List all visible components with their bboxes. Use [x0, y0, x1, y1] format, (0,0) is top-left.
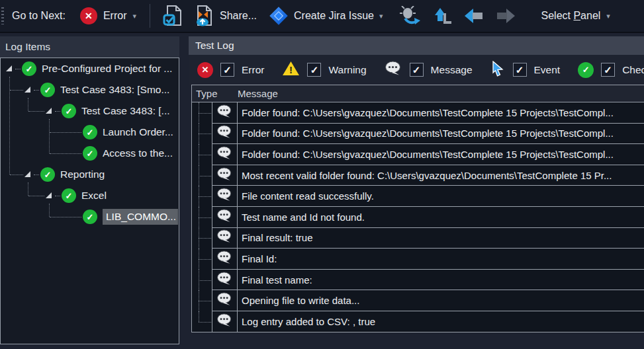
- log-message: Final result: true: [238, 228, 644, 249]
- passed-check-icon: ✓: [83, 146, 97, 161]
- message-icon: [216, 188, 233, 204]
- log-message: Folder found: C:\Users\gvazquez\Document…: [238, 144, 644, 165]
- message-icon: [216, 229, 233, 246]
- log-type-cell: [212, 165, 238, 186]
- log-message: Final test name:: [238, 270, 644, 291]
- message-icon: [216, 209, 233, 225]
- log-row[interactable]: Folder found: C:\Users\gvazquez\Document…: [192, 124, 644, 145]
- run-bug-icon: [399, 6, 422, 26]
- message-icon: [216, 251, 233, 267]
- tree-item-testcase[interactable]: ✓ Test Case 3483: [Smo...: [1, 79, 179, 100]
- checkpoint-filter-checkbox[interactable]: ✓: [601, 63, 615, 77]
- column-header-message[interactable]: Message: [238, 88, 644, 99]
- log-type-cell: [212, 124, 238, 145]
- tree-item-launch-order[interactable]: ✓ Launch Order...: [1, 122, 179, 143]
- log-type-cell: [212, 270, 238, 291]
- tree-item-project[interactable]: ✓ Pre-Configured Project for ...: [1, 58, 179, 79]
- share-results-button[interactable]: Share...: [190, 2, 261, 30]
- chevron-down-icon: ▾: [606, 13, 610, 20]
- testcomplete-log-window: Go to Next: ✕ Error ▾: [0, 0, 644, 349]
- tree-item-reporting[interactable]: ✓ Reporting: [1, 164, 179, 185]
- error-filter-checkbox[interactable]: ✓: [220, 63, 234, 77]
- create-jira-label: Create Jira Issue: [294, 10, 374, 22]
- message-icon: [385, 61, 402, 79]
- log-items-tree: ✓ Pre-Configured Project for ... ✓ Test …: [0, 58, 179, 344]
- back-button[interactable]: [459, 5, 488, 26]
- collapse-expander-icon[interactable]: [44, 190, 55, 201]
- forward-button[interactable]: [491, 5, 520, 26]
- passed-check-icon: ✓: [22, 61, 36, 76]
- log-row[interactable]: Most recent valid folder found: C:\Users…: [192, 165, 644, 186]
- toolbar-separator: [150, 4, 150, 28]
- log-row[interactable]: Final result: true: [192, 228, 644, 249]
- row-tree-gutter: [192, 249, 212, 270]
- select-panel-label: Select Panel: [541, 10, 601, 22]
- error-icon: ✕: [80, 7, 97, 24]
- go-to-next-label: Go to Next:: [12, 10, 66, 22]
- log-row[interactable]: File content read successfully.: [192, 186, 644, 207]
- row-tree-gutter: [192, 207, 212, 228]
- log-row[interactable]: Log entry added to CSV: , true: [192, 311, 644, 332]
- share-label: Share...: [220, 10, 257, 22]
- log-type-cell: [212, 290, 238, 311]
- message-icon: [216, 146, 233, 163]
- collapse-expander-icon[interactable]: [5, 63, 15, 74]
- row-tree-gutter: [192, 102, 212, 124]
- log-type-cell: [212, 228, 238, 249]
- log-row[interactable]: Final test name:: [192, 270, 644, 291]
- passed-check-icon: ✓: [62, 188, 76, 203]
- go-to-next-selector[interactable]: ✕ Error ▾: [75, 5, 142, 27]
- log-row[interactable]: Folder found: C:\Users\gvazquez\Document…: [192, 102, 644, 124]
- column-header-type[interactable]: Type: [192, 88, 238, 99]
- message-icon: [216, 313, 233, 330]
- log-message: Test name and Id not found.: [238, 207, 644, 228]
- go-to-next-value: Error: [103, 10, 127, 22]
- message-icon: [216, 272, 233, 288]
- tree-item-lib-commo[interactable]: ✓ LIB_COMMO...: [1, 206, 179, 227]
- warning-filter-checkbox[interactable]: ✓: [307, 63, 321, 77]
- log-items-panel-header: Log Items: [0, 36, 179, 58]
- test-log-panel-header: Test Log: [189, 36, 644, 55]
- log-row[interactable]: Folder found: C:\Users\gvazquez\Document…: [192, 144, 644, 165]
- create-jira-issue-button[interactable]: Create Jira Issue ▾: [264, 3, 387, 28]
- log-message: Opening file to write data...: [238, 290, 644, 311]
- tree-item-excel[interactable]: ✓ Excel: [1, 185, 179, 206]
- toolbar-grip-handle[interactable]: [1, 7, 4, 24]
- tree-item-access[interactable]: ✓ Access to the...: [1, 143, 179, 164]
- collapse-expander-icon[interactable]: [23, 85, 34, 95]
- row-tree-gutter: [192, 186, 212, 207]
- event-cursor-icon: [490, 61, 506, 79]
- row-tree-gutter: [192, 144, 212, 165]
- log-type-cell: [212, 186, 238, 207]
- message-icon: [216, 104, 233, 121]
- up-one-level-button[interactable]: [429, 4, 457, 28]
- passed-check-icon: ✓: [40, 167, 55, 182]
- log-row[interactable]: Opening file to write data...: [192, 290, 644, 311]
- log-type-cell: [212, 207, 238, 228]
- log-type-cell: [212, 102, 238, 124]
- run-test-item-button[interactable]: [394, 3, 426, 28]
- jira-icon: [269, 6, 289, 26]
- message-icon: [216, 292, 233, 309]
- message-filter-checkbox[interactable]: ✓: [410, 63, 424, 77]
- tree-item-testcase-inner[interactable]: ✓ Test Case 3483: [...: [1, 100, 179, 122]
- collapse-expander-icon[interactable]: [44, 106, 55, 116]
- test-log-title: Test Log: [195, 40, 234, 52]
- log-row[interactable]: Test name and Id not found.: [192, 207, 644, 228]
- log-row[interactable]: Final Id:: [192, 249, 644, 270]
- checkpoint-icon: ✓: [578, 62, 594, 78]
- passed-check-icon: ✓: [83, 125, 97, 139]
- passed-check-icon: ✓: [83, 210, 97, 224]
- passed-check-icon: ✓: [62, 104, 76, 118]
- filter-event: ✓ Event: [490, 61, 561, 79]
- select-panel-dropdown[interactable]: Select Panel ▾: [536, 7, 616, 24]
- svg-text:!: !: [289, 64, 293, 75]
- log-message: Most recent valid folder found: C:\Users…: [238, 165, 644, 186]
- event-filter-checkbox[interactable]: ✓: [513, 63, 527, 77]
- collapse-expander-icon[interactable]: [23, 169, 34, 180]
- row-tree-gutter: [192, 124, 212, 145]
- open-results-button[interactable]: [158, 2, 187, 30]
- log-message: Folder found: C:\Users\gvazquez\Document…: [238, 124, 644, 145]
- log-type-cell: [212, 249, 238, 270]
- back-arrow-icon: [464, 8, 484, 24]
